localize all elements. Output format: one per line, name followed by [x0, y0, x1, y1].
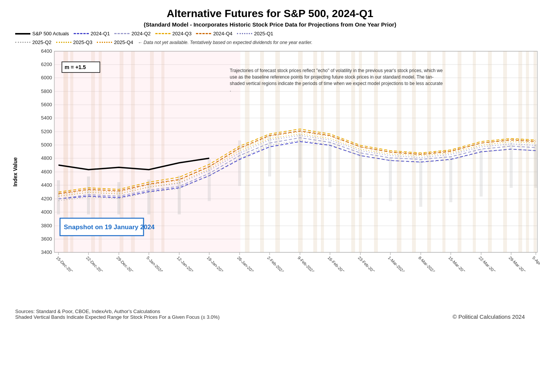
chart-svg: 3400 3600 3800 4000 4200 4400 4600 4800 …	[32, 47, 540, 271]
page-subtitle: (Standard Model - Incorporates Historic …	[11, 21, 529, 28]
svg-rect-77	[419, 159, 422, 207]
svg-text:3400: 3400	[41, 249, 52, 255]
legend-note: ← Data not yet available. Tentatively ba…	[138, 40, 313, 45]
legend-line-2025q3	[56, 42, 71, 43]
svg-rect-68	[147, 179, 150, 214]
legend-line-2024q1	[74, 33, 89, 34]
svg-rect-60	[488, 51, 492, 252]
legend-sp500: S&P 500 Actuals	[15, 31, 69, 36]
y-axis-label: Index Value	[12, 149, 18, 195]
footer: Sources: Standard & Poor, CBOE, IndexArb…	[11, 309, 529, 320]
legend-label-2025q2: 2025-Q2	[32, 39, 52, 45]
svg-text:3800: 3800	[41, 223, 52, 228]
annotation-line3: shaded vertical regions indicate the per…	[230, 81, 443, 86]
legend-label-2025q4: 2025-Q4	[114, 39, 133, 45]
svg-rect-70	[208, 159, 211, 201]
svg-rect-63	[526, 51, 529, 252]
svg-rect-74	[328, 142, 332, 187]
svg-text:6400: 6400	[41, 48, 52, 54]
legend-line-2025q2	[15, 42, 30, 43]
svg-text:4400: 4400	[41, 182, 52, 188]
legend-2025q3: 2025-Q3	[56, 39, 93, 45]
svg-rect-61	[503, 51, 507, 252]
legend-2024q1: 2024-Q1	[74, 31, 110, 36]
svg-text:4000: 4000	[41, 209, 52, 215]
legend-line-2025q1	[237, 33, 252, 34]
chart-area: Index Value	[11, 47, 529, 305]
page-title: Alternative Futures for S&P 500, 2024-Q1	[11, 8, 529, 20]
svg-rect-72	[268, 135, 271, 176]
legend-2025q4: 2025-Q4	[97, 39, 133, 45]
svg-text:3600: 3600	[41, 236, 52, 242]
svg-rect-79	[480, 149, 483, 197]
svg-text:4800: 4800	[41, 155, 52, 161]
svg-text:5400: 5400	[41, 115, 52, 121]
legend-2025q2: 2025-Q2	[15, 39, 52, 45]
svg-rect-59	[473, 51, 476, 252]
legend-label-2024q2: 2024-Q2	[131, 31, 151, 36]
legend-label-2024q1: 2024-Q1	[91, 31, 110, 36]
legend-label-sp500: S&P 500 Actuals	[32, 31, 69, 36]
annotation-line4: .	[230, 87, 231, 93]
footer-sources: Sources: Standard & Poor, CBOE, IndexArb…	[15, 309, 219, 314]
legend-2024q4: 2024-Q4	[196, 31, 232, 36]
legend-container: S&P 500 Actuals 2024-Q1 2024-Q2 2024-Q3 …	[11, 31, 529, 45]
svg-rect-66	[87, 176, 90, 214]
annotation-line2: use as the baseline reference points for…	[230, 74, 434, 80]
svg-rect-78	[449, 157, 452, 202]
svg-rect-62	[518, 51, 522, 252]
svg-rect-69	[178, 176, 181, 214]
legend-line-2024q4	[196, 33, 211, 34]
legend-line-2024q2	[114, 33, 129, 34]
svg-text:6200: 6200	[41, 61, 52, 67]
page-container: Alternative Futures for S&P 500, 2024-Q1…	[0, 0, 540, 392]
svg-rect-76	[389, 157, 392, 201]
svg-text:5800: 5800	[41, 88, 52, 94]
footer-left: Sources: Standard & Poor, CBOE, IndexArb…	[15, 309, 219, 320]
svg-rect-71	[238, 140, 241, 186]
footer-copyright: © Political Calculations 2024	[453, 313, 525, 320]
svg-text:5600: 5600	[41, 102, 52, 107]
svg-rect-58	[458, 51, 461, 252]
snapshot-label-svg: Snapshot on 19 January 2024	[64, 224, 155, 231]
svg-rect-65	[57, 180, 60, 214]
svg-text:5200: 5200	[41, 129, 52, 134]
svg-rect-75	[359, 152, 362, 197]
legend-label-2025q1: 2025-Q1	[254, 31, 273, 36]
legend-2025q1: 2025-Q1	[237, 31, 273, 36]
legend-2024q3: 2024-Q3	[155, 31, 192, 36]
svg-text:4200: 4200	[41, 196, 52, 202]
svg-text:5000: 5000	[41, 142, 52, 148]
legend-2024q2: 2024-Q2	[114, 31, 151, 36]
legend-label-2025q3: 2025-Q3	[73, 39, 93, 45]
footer-shaded: Shaded Vertical Bands Indicate Expected …	[15, 314, 219, 320]
legend-line-sp500	[15, 33, 30, 35]
m-label-svg: m = +1.5	[65, 64, 86, 70]
svg-text:6000: 6000	[41, 75, 52, 80]
legend-label-2024q3: 2024-Q3	[172, 31, 192, 36]
svg-text:4600: 4600	[41, 169, 52, 175]
annotation-line1: Trajectories of forecast stock prices re…	[230, 68, 443, 73]
legend-line-2025q4	[97, 42, 112, 43]
legend-label-2024q4: 2024-Q4	[213, 31, 232, 36]
legend-line-2024q3	[155, 33, 171, 34]
